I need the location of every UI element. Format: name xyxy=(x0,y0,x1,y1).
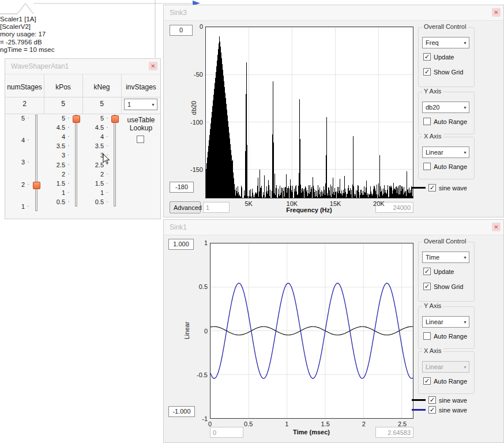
slider-handle[interactable] xyxy=(33,182,40,189)
slider-tick-label: 2 xyxy=(10,181,25,188)
titlebar[interactable]: Sink1 ✕ xyxy=(164,220,503,235)
close-icon[interactable]: ✕ xyxy=(149,62,157,70)
legend-label: sine wave xyxy=(439,185,467,192)
group-label: X Axis xyxy=(422,347,443,354)
legend-row: ✓sine wave xyxy=(412,183,504,193)
x-max-field[interactable]: 2.64583 xyxy=(375,427,413,438)
slider-tick-dot: · xyxy=(67,133,70,140)
close-icon[interactable]: ✕ xyxy=(492,223,501,231)
x-axis-dropdown[interactable]: Linear ▼ xyxy=(422,147,469,158)
y-axis-dropdown[interactable]: Linear ▼ xyxy=(422,316,469,328)
checkbox-label: Auto Range xyxy=(434,163,467,170)
show-grid-checkbox-row[interactable]: ✓ Show Grid xyxy=(423,283,463,290)
checkbox-label: Update xyxy=(434,268,454,275)
slider-tick-label: 2.5 xyxy=(89,162,104,168)
y-auto-range-row[interactable]: Auto Range xyxy=(423,332,467,340)
column-header: kNeg xyxy=(82,83,121,91)
x-auto-range-row[interactable]: Auto Range xyxy=(423,163,467,170)
slider-tick-dot: · xyxy=(106,170,108,177)
legend-checkbox[interactable]: ✓ xyxy=(428,406,436,414)
dropdown-value: Freq xyxy=(426,39,439,46)
slider-tick-label: 3 xyxy=(89,152,104,159)
y-tick-label: -0.5 xyxy=(190,371,208,378)
slider-tick-dot: · xyxy=(106,179,108,186)
checkbox-icon[interactable]: ✓ xyxy=(423,377,431,385)
slider-tick-dot: · xyxy=(106,161,108,168)
spectrum-trace xyxy=(206,36,413,198)
slider-tick-label: 3 xyxy=(50,152,65,159)
slider-track[interactable] xyxy=(35,115,37,211)
dropdown-value: db20 xyxy=(426,104,439,111)
row-divider xyxy=(5,97,160,97)
chevron-down-icon: ▼ xyxy=(463,320,467,324)
slider-handle[interactable] xyxy=(111,115,119,123)
group-x-axis: X Axis Linear ▼ Auto Range xyxy=(418,137,475,179)
slider-tick-label: 4 xyxy=(10,137,25,144)
invstages-dropdown[interactable]: 1 ▼ xyxy=(124,99,157,110)
y-axis-dropdown[interactable]: db20 ▼ xyxy=(422,102,469,113)
module-info-line: [ScalerV2] xyxy=(0,23,55,31)
checkbox-label: Auto Range xyxy=(434,118,467,125)
canvas: Scaler1 [1A] [ScalerV2] mory usage: 17 =… xyxy=(0,0,504,443)
slider-tick-dot: · xyxy=(27,114,29,121)
x-auto-range-row[interactable]: ✓ Auto Range xyxy=(423,377,467,385)
slider-tick-dot: · xyxy=(27,202,29,209)
slider-tick-dot: · xyxy=(67,123,70,130)
show-grid-checkbox-row[interactable]: ✓ Show Grid xyxy=(423,68,463,76)
legend-checkbox[interactable]: ✓ xyxy=(428,184,436,192)
legend-checkbox[interactable]: ✓ xyxy=(428,396,436,404)
legend-label: sine wave xyxy=(439,397,467,404)
legend-row: ✓sine wave xyxy=(412,405,504,415)
checkbox-icon[interactable] xyxy=(423,118,431,125)
dropdown-value: Linear xyxy=(426,363,443,370)
titlebar[interactable]: Sink3 ✕ xyxy=(164,5,503,21)
checkbox-icon[interactable]: ✓ xyxy=(423,68,431,76)
slider-tick-label: 1.5 xyxy=(89,180,104,187)
time-plot[interactable] xyxy=(210,243,413,419)
checkbox-icon[interactable]: ✓ xyxy=(423,283,431,290)
overall-mode-dropdown[interactable]: Time ▼ xyxy=(422,251,469,263)
slider-tick-dot: · xyxy=(106,142,108,149)
checkbox-icon[interactable] xyxy=(423,163,431,170)
close-icon[interactable]: ✕ xyxy=(492,8,501,17)
x-min-field[interactable]: 0 xyxy=(210,427,243,438)
y-auto-range-row[interactable]: Auto Range xyxy=(423,118,467,125)
slider-tick-dot: · xyxy=(106,114,108,121)
x-tick-label: 2.5 xyxy=(391,421,414,427)
advanced-button[interactable]: Advanced xyxy=(170,201,201,213)
spectrum-plot[interactable] xyxy=(205,27,413,198)
update-checkbox-row[interactable]: ✓ Update xyxy=(423,53,454,61)
legend-line-sample xyxy=(412,187,426,189)
checkbox-icon[interactable]: ✓ xyxy=(423,53,431,61)
slider-track[interactable] xyxy=(114,115,116,207)
x-axis-dropdown[interactable]: Linear ▼ xyxy=(422,361,469,373)
window-title: WaveShaperAtan1 xyxy=(11,62,69,70)
x-axis-title: Time (msec) xyxy=(271,429,352,436)
y-min-box[interactable]: -180 xyxy=(170,182,194,193)
usetable-checkbox[interactable] xyxy=(137,136,144,143)
legend-line-sample xyxy=(412,399,426,401)
group-label: Overall Control xyxy=(422,23,468,30)
update-checkbox-row[interactable]: ✓ Update xyxy=(423,268,454,275)
slider-tick-label: 4.5 xyxy=(50,124,65,131)
x-min-field[interactable]: 1 xyxy=(203,202,230,213)
group-label: Overall Control xyxy=(422,238,468,245)
slider-tick-label: 5 xyxy=(10,115,25,122)
slider-handle[interactable] xyxy=(73,115,80,123)
slider-tick-dot: · xyxy=(106,198,108,205)
slider-track[interactable] xyxy=(75,115,77,207)
x-tick-label: 1 xyxy=(275,421,298,427)
y-tick-label: -100 xyxy=(186,119,203,126)
checkbox-icon[interactable]: ✓ xyxy=(423,268,431,275)
checkbox-icon[interactable] xyxy=(423,332,431,340)
chevron-down-icon: ▼ xyxy=(463,365,467,369)
module-info-line: mory usage: 17 xyxy=(0,31,55,38)
dropdown-value: Linear xyxy=(426,149,443,156)
slider-tick-dot: · xyxy=(27,158,29,165)
slider-tick-dot: · xyxy=(106,151,108,158)
window-sink1: Sink1 ✕ 1.000 -1.000 Linear Time (msec) … xyxy=(163,219,504,443)
slider-tick-label: 2.5 xyxy=(50,162,65,168)
overall-mode-dropdown[interactable]: Freq ▼ xyxy=(422,37,469,48)
titlebar[interactable]: WaveShaperAtan1 ✕ xyxy=(5,59,160,74)
slider-tick-label: 4 xyxy=(50,133,65,140)
